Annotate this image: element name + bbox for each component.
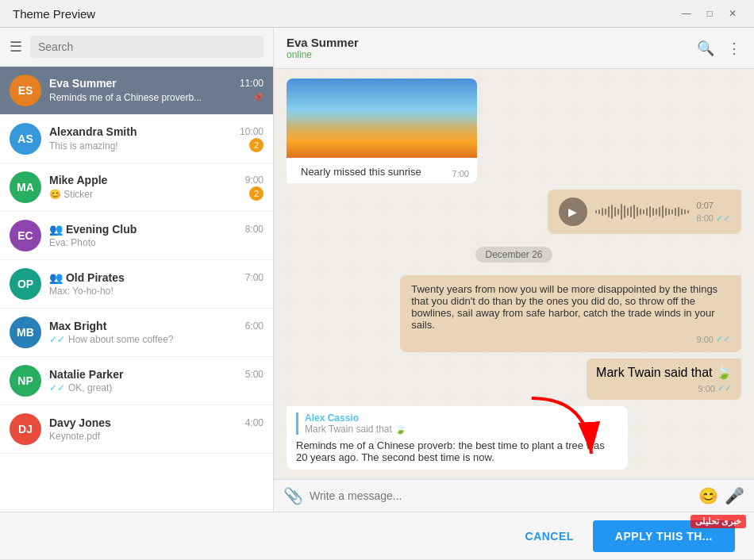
msg-time-long: 9:00 ✓✓: [411, 334, 730, 344]
contact-item-dj[interactable]: DJDavy Jones4:00Keynote.pdf: [0, 405, 273, 454]
contact-name-ma: Mike Apple: [49, 174, 107, 186]
messages-area: Nearly missed this sunrise 7:00 ▶ 0:07 8…: [274, 69, 754, 479]
mic-icon[interactable]: 🎤: [725, 486, 744, 505]
audio-duration: 0:07: [697, 201, 730, 210]
quote-main-text: Reminds me of a Chinese proverb: the bes…: [296, 439, 618, 463]
chat-user-info: Eva Summer online: [287, 36, 359, 60]
contact-preview-op: Max: Yo-ho-ho!: [49, 286, 113, 297]
chat-header-icons: 🔍 ⋮: [697, 40, 741, 57]
contact-time-mb: 6:00: [245, 320, 264, 332]
contact-time-es: 11:00: [240, 78, 264, 89]
contact-info-mb: Max Bright6:00✓✓ How about some coffee?: [49, 320, 264, 345]
contact-preview-ec: Eva: Photo: [49, 237, 96, 248]
image-time: 7:00: [452, 169, 469, 178]
contact-item-as[interactable]: ASAlexandra Smith10:00This is amazing!2: [0, 115, 273, 163]
maximize-btn[interactable]: □: [702, 6, 717, 21]
close-btn[interactable]: ✕: [724, 6, 741, 21]
bottom-bar: CANCEL APPLY THIS TH...: [0, 512, 754, 559]
avatar-mb: MB: [10, 316, 41, 348]
contact-info-np: Natalie Parker5:00✓✓ OK, great): [49, 368, 264, 393]
contact-list: ESEva Summer11:00Reminds me of a Chinese…: [0, 67, 273, 512]
contact-item-ec[interactable]: EC👥 Evening Club8:00Eva: Photo: [0, 212, 273, 260]
badge-as: 2: [249, 138, 264, 152]
image-message: Nearly missed this sunrise 7:00: [287, 79, 477, 183]
contact-preview-dj: Keynote.pdf: [49, 431, 100, 442]
contact-item-es[interactable]: ESEva Summer11:00Reminds me of a Chinese…: [0, 67, 273, 115]
date-label: December 26: [475, 247, 552, 263]
contact-item-op[interactable]: OP👥 Old Pirates7:00Max: Yo-ho-ho!: [0, 260, 273, 309]
contact-time-ma: 9:00: [245, 175, 264, 186]
minimize-btn[interactable]: —: [677, 6, 696, 21]
play-button[interactable]: ▶: [559, 198, 587, 226]
audio-wave: [595, 204, 689, 220]
quote-text: Mark Twain said that 🍃: [305, 424, 618, 435]
contact-info-ec: 👥 Evening Club8:00Eva: Photo: [49, 223, 264, 248]
quote-author: Alex Cassio: [305, 412, 618, 424]
contact-item-np[interactable]: NPNatalie Parker5:00✓✓ OK, great): [0, 357, 273, 405]
title-bar: Theme Preview — □ ✕: [0, 0, 754, 28]
audio-message: ▶ 0:07 8:00 ✓✓: [548, 190, 741, 234]
contact-info-dj: Davy Jones4:00Keynote.pdf: [49, 416, 264, 442]
watermark: خبری تحلیلی: [691, 515, 746, 528]
quote-message: Alex Cassio Mark Twain said that 🍃 Remin…: [287, 406, 628, 470]
emoji-icon[interactable]: 😊: [698, 486, 718, 505]
quote-box: Alex Cassio Mark Twain said that 🍃: [296, 412, 618, 435]
contact-info-op: 👥 Old Pirates7:00Max: Yo-ho-ho!: [49, 271, 264, 297]
chat-status: online: [287, 49, 359, 60]
contact-time-op: 7:00: [245, 272, 264, 283]
contact-name-mb: Max Bright: [49, 320, 106, 332]
contact-info-as: Alexandra Smith10:00This is amazing!2: [49, 125, 264, 152]
contact-name-dj: Davy Jones: [49, 416, 111, 429]
contact-name-as: Alexandra Smith: [49, 125, 137, 138]
search-input[interactable]: [30, 36, 264, 58]
chat-image: [287, 79, 477, 158]
contact-item-mb[interactable]: MBMax Bright6:00✓✓ How about some coffee…: [0, 309, 273, 357]
pin-icon-es: 📌: [252, 92, 264, 103]
contact-info-ma: Mike Apple9:00😊 Sticker2: [49, 174, 264, 201]
message-input[interactable]: [310, 489, 692, 502]
avatar-es: ES: [10, 75, 41, 106]
audio-time: 8:00 ✓✓: [697, 213, 730, 224]
chat-contact-name: Eva Summer: [287, 36, 359, 49]
contact-preview-es: Reminds me of a Chinese proverb...: [49, 92, 202, 103]
image-caption: Nearly missed this sunrise: [294, 163, 428, 181]
contact-time-dj: 4:00: [245, 417, 264, 428]
mark-twain-text: Mark Twain said that 🍃: [596, 366, 732, 379]
avatar-np: NP: [10, 365, 41, 397]
hamburger-icon[interactable]: ☰: [10, 38, 22, 56]
contact-name-op: 👥 Old Pirates: [49, 271, 125, 284]
more-icon[interactable]: ⋮: [727, 40, 741, 57]
long-text-message: Twenty years from now you will be more d…: [400, 275, 741, 352]
cancel-button[interactable]: CANCEL: [525, 530, 574, 543]
sidebar-header: ☰: [0, 28, 273, 67]
chat-header: Eva Summer online 🔍 ⋮: [274, 28, 754, 69]
avatar-ma: MA: [10, 171, 41, 203]
avatar-ec: EC: [10, 220, 41, 251]
chat-area: Eva Summer online 🔍 ⋮ Nearly missed this…: [274, 28, 754, 512]
contact-item-ma[interactable]: MAMike Apple9:00😊 Sticker2: [0, 163, 273, 212]
sidebar: ☰ ESEva Summer11:00Reminds me of a Chine…: [0, 28, 274, 512]
contact-preview-np: ✓✓ OK, great): [49, 382, 112, 393]
contact-name-es: Eva Summer: [49, 77, 117, 90]
contact-preview-ma: 😊 Sticker: [49, 189, 93, 200]
badge-ma: 2: [249, 186, 264, 201]
search-icon[interactable]: 🔍: [697, 40, 714, 57]
avatar-op: OP: [10, 268, 41, 300]
chat-input-area: 📎 😊 🎤: [274, 479, 754, 512]
avatar-dj: DJ: [10, 413, 41, 445]
contact-time-ec: 8:00: [245, 224, 264, 235]
contact-preview-as: This is amazing!: [49, 140, 118, 152]
audio-info: 0:07 8:00 ✓✓: [697, 201, 730, 224]
attach-icon[interactable]: 📎: [283, 486, 303, 505]
contact-time-as: 10:00: [240, 126, 264, 137]
msg-time-mt: 9:00 ✓✓: [596, 383, 732, 393]
contact-info-es: Eva Summer11:00Reminds me of a Chinese p…: [49, 77, 264, 104]
contact-name-ec: 👥 Evening Club: [49, 223, 137, 236]
contact-preview-mb: ✓✓ How about some coffee?: [49, 334, 174, 345]
mark-twain-message: Mark Twain said that 🍃 9:00 ✓✓: [587, 359, 741, 400]
contact-time-np: 5:00: [245, 369, 264, 380]
date-divider: December 26: [287, 247, 741, 263]
window-title: Theme Preview: [13, 7, 95, 21]
avatar-as: AS: [10, 123, 41, 155]
window-controls: — □ ✕: [677, 6, 741, 21]
